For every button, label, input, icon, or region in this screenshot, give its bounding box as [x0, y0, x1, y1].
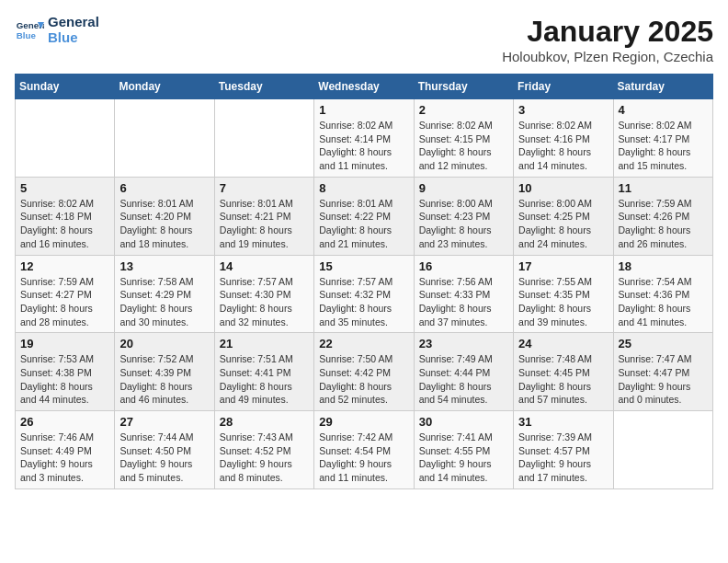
day-info: Sunrise: 8:00 AMSunset: 4:25 PMDaylight:…	[518, 197, 608, 251]
day-info: Sunrise: 7:47 AMSunset: 4:47 PMDaylight:…	[619, 352, 708, 407]
calendar-cell: 6Sunrise: 8:01 AMSunset: 4:20 PMDaylight…	[115, 177, 214, 255]
calendar-subtitle: Holoubkov, Plzen Region, Czechia	[502, 49, 713, 64]
weekday-header-row: SundayMondayTuesdayWednesdayThursdayFrid…	[16, 75, 713, 99]
day-number: 5	[20, 181, 109, 195]
calendar-cell: 16Sunrise: 7:56 AMSunset: 4:33 PMDayligh…	[414, 255, 513, 333]
calendar-cell: 22Sunrise: 7:50 AMSunset: 4:42 PMDayligh…	[314, 333, 414, 411]
day-number: 6	[119, 181, 209, 195]
day-info: Sunrise: 8:00 AMSunset: 4:23 PMDaylight:…	[419, 197, 508, 251]
weekday-header: Sunday	[16, 75, 115, 99]
day-info: Sunrise: 7:48 AMSunset: 4:45 PMDaylight:…	[518, 352, 608, 407]
day-number: 2	[419, 103, 508, 117]
day-info: Sunrise: 8:02 AMSunset: 4:14 PMDaylight:…	[319, 119, 408, 173]
day-info: Sunrise: 7:59 AMSunset: 4:26 PMDaylight:…	[619, 197, 708, 251]
day-number: 19	[20, 337, 109, 350]
day-number: 28	[220, 415, 309, 429]
calendar-cell: 26Sunrise: 7:46 AMSunset: 4:49 PMDayligh…	[16, 411, 115, 489]
day-info: Sunrise: 7:50 AMSunset: 4:42 PMDaylight:…	[319, 352, 408, 407]
day-number: 15	[319, 259, 408, 273]
day-number: 23	[419, 337, 508, 350]
day-info: Sunrise: 7:58 AMSunset: 4:29 PMDaylight:…	[119, 275, 209, 329]
calendar-cell: 27Sunrise: 7:44 AMSunset: 4:50 PMDayligh…	[115, 411, 214, 489]
day-number: 9	[419, 181, 508, 195]
day-info: Sunrise: 8:01 AMSunset: 4:20 PMDaylight:…	[119, 197, 209, 251]
calendar-week-row: 1Sunrise: 8:02 AMSunset: 4:14 PMDaylight…	[16, 99, 713, 178]
weekday-header: Saturday	[613, 75, 712, 99]
logo-blue: Blue	[48, 30, 99, 46]
day-number: 21	[220, 337, 309, 350]
calendar-cell: 8Sunrise: 8:01 AMSunset: 4:22 PMDaylight…	[314, 177, 414, 255]
day-info: Sunrise: 7:46 AMSunset: 4:49 PMDaylight:…	[20, 431, 109, 485]
day-number: 22	[319, 337, 408, 350]
day-number: 7	[220, 181, 309, 195]
day-info: Sunrise: 7:51 AMSunset: 4:41 PMDaylight:…	[220, 352, 309, 407]
day-number: 14	[220, 259, 309, 273]
calendar-cell: 4Sunrise: 8:02 AMSunset: 4:17 PMDaylight…	[613, 99, 712, 178]
weekday-header: Monday	[115, 75, 214, 99]
calendar-week-row: 19Sunrise: 7:53 AMSunset: 4:38 PMDayligh…	[16, 333, 713, 411]
calendar-cell: 14Sunrise: 7:57 AMSunset: 4:30 PMDayligh…	[214, 255, 313, 333]
weekday-header: Friday	[514, 75, 613, 99]
day-number: 30	[419, 415, 508, 429]
calendar-cell: 1Sunrise: 8:02 AMSunset: 4:14 PMDaylight…	[314, 99, 414, 178]
day-number: 16	[419, 259, 508, 273]
calendar-week-row: 26Sunrise: 7:46 AMSunset: 4:49 PMDayligh…	[16, 411, 713, 489]
day-number: 31	[518, 415, 608, 429]
logo: General Blue General Blue	[15, 15, 99, 45]
calendar-cell: 29Sunrise: 7:42 AMSunset: 4:54 PMDayligh…	[314, 411, 414, 489]
calendar-cell	[214, 99, 313, 178]
day-info: Sunrise: 8:01 AMSunset: 4:22 PMDaylight:…	[319, 197, 408, 251]
day-number: 25	[619, 337, 708, 350]
calendar-cell: 13Sunrise: 7:58 AMSunset: 4:29 PMDayligh…	[115, 255, 214, 333]
day-number: 1	[319, 103, 408, 117]
day-number: 20	[119, 337, 209, 350]
day-info: Sunrise: 8:02 AMSunset: 4:17 PMDaylight:…	[619, 119, 708, 173]
calendar-cell: 25Sunrise: 7:47 AMSunset: 4:47 PMDayligh…	[613, 333, 712, 411]
day-info: Sunrise: 7:39 AMSunset: 4:57 PMDaylight:…	[518, 431, 608, 485]
day-number: 8	[319, 181, 408, 195]
calendar-week-row: 12Sunrise: 7:59 AMSunset: 4:27 PMDayligh…	[16, 255, 713, 333]
day-info: Sunrise: 8:02 AMSunset: 4:15 PMDaylight:…	[419, 119, 508, 173]
calendar-cell	[115, 99, 214, 178]
day-info: Sunrise: 8:02 AMSunset: 4:18 PMDaylight:…	[20, 197, 109, 251]
day-number: 13	[119, 259, 209, 273]
title-block: January 2025 Holoubkov, Plzen Region, Cz…	[502, 15, 713, 64]
svg-text:Blue: Blue	[17, 29, 37, 40]
day-number: 18	[619, 259, 708, 273]
calendar-cell: 17Sunrise: 7:55 AMSunset: 4:35 PMDayligh…	[514, 255, 613, 333]
calendar-cell: 5Sunrise: 8:02 AMSunset: 4:18 PMDaylight…	[16, 177, 115, 255]
day-info: Sunrise: 7:53 AMSunset: 4:38 PMDaylight:…	[20, 352, 109, 407]
day-info: Sunrise: 7:55 AMSunset: 4:35 PMDaylight:…	[518, 275, 608, 329]
logo-general: General	[48, 15, 99, 30]
calendar-cell: 11Sunrise: 7:59 AMSunset: 4:26 PMDayligh…	[613, 177, 712, 255]
logo-icon: General Blue	[15, 16, 44, 45]
calendar-cell: 23Sunrise: 7:49 AMSunset: 4:44 PMDayligh…	[414, 333, 513, 411]
calendar-cell: 19Sunrise: 7:53 AMSunset: 4:38 PMDayligh…	[16, 333, 115, 411]
day-info: Sunrise: 7:49 AMSunset: 4:44 PMDaylight:…	[419, 352, 508, 407]
calendar-cell: 18Sunrise: 7:54 AMSunset: 4:36 PMDayligh…	[613, 255, 712, 333]
day-info: Sunrise: 7:56 AMSunset: 4:33 PMDaylight:…	[419, 275, 508, 329]
calendar-cell: 20Sunrise: 7:52 AMSunset: 4:39 PMDayligh…	[115, 333, 214, 411]
calendar-cell: 2Sunrise: 8:02 AMSunset: 4:15 PMDaylight…	[414, 99, 513, 178]
day-number: 17	[518, 259, 608, 273]
day-number: 10	[518, 181, 608, 195]
calendar-table: SundayMondayTuesdayWednesdayThursdayFrid…	[15, 74, 713, 489]
day-number: 27	[119, 415, 209, 429]
day-number: 29	[319, 415, 408, 429]
day-info: Sunrise: 8:01 AMSunset: 4:21 PMDaylight:…	[220, 197, 309, 251]
day-info: Sunrise: 7:44 AMSunset: 4:50 PMDaylight:…	[119, 431, 209, 485]
calendar-week-row: 5Sunrise: 8:02 AMSunset: 4:18 PMDaylight…	[16, 177, 713, 255]
day-info: Sunrise: 7:42 AMSunset: 4:54 PMDaylight:…	[319, 431, 408, 485]
calendar-cell: 28Sunrise: 7:43 AMSunset: 4:52 PMDayligh…	[214, 411, 313, 489]
page-header: General Blue General Blue January 2025 H…	[15, 15, 713, 64]
day-number: 4	[619, 103, 708, 117]
calendar-cell: 7Sunrise: 8:01 AMSunset: 4:21 PMDaylight…	[214, 177, 313, 255]
calendar-cell: 12Sunrise: 7:59 AMSunset: 4:27 PMDayligh…	[16, 255, 115, 333]
day-info: Sunrise: 7:52 AMSunset: 4:39 PMDaylight:…	[119, 352, 209, 407]
calendar-cell	[16, 99, 115, 178]
calendar-cell	[613, 411, 712, 489]
day-info: Sunrise: 7:59 AMSunset: 4:27 PMDaylight:…	[20, 275, 109, 329]
day-info: Sunrise: 7:57 AMSunset: 4:30 PMDaylight:…	[220, 275, 309, 329]
day-info: Sunrise: 7:54 AMSunset: 4:36 PMDaylight:…	[619, 275, 708, 329]
calendar-cell: 3Sunrise: 8:02 AMSunset: 4:16 PMDaylight…	[514, 99, 613, 178]
